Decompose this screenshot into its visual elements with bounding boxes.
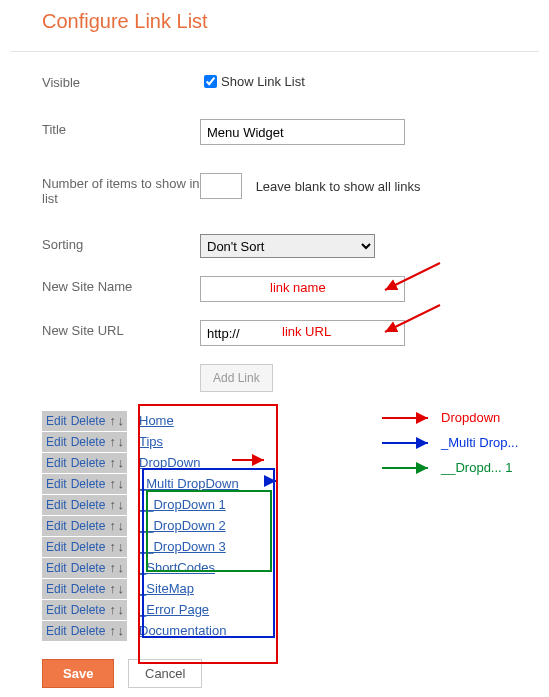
edit-link[interactable]: Edit	[46, 498, 67, 512]
row-controls: Edit Delete↑ ↓	[42, 621, 127, 641]
row-controls: Edit Delete↑ ↓	[42, 600, 127, 620]
link-item-label[interactable]: Tips	[139, 434, 163, 449]
legend-dropdown: Dropdown	[441, 410, 500, 425]
reorder-arrows[interactable]: ↑ ↓	[109, 476, 123, 491]
link-item-label[interactable]: __DropDown 1	[139, 497, 226, 512]
list-row: Edit Delete↑ ↓Documentation	[42, 620, 539, 641]
delete-link[interactable]: Delete	[71, 456, 106, 470]
edit-link[interactable]: Edit	[46, 582, 67, 596]
row-controls: Edit Delete↑ ↓	[42, 579, 127, 599]
cancel-button[interactable]: Cancel	[128, 659, 202, 688]
visible-label: Visible	[42, 72, 200, 90]
title-label: Title	[42, 119, 200, 137]
numitems-label: Number of items to show in list	[42, 173, 200, 206]
add-link-button[interactable]: Add Link	[200, 364, 273, 392]
edit-link[interactable]: Edit	[46, 435, 67, 449]
edit-link[interactable]: Edit	[46, 603, 67, 617]
show-linklist-checkbox[interactable]	[204, 75, 217, 88]
link-item-label[interactable]: Home	[139, 413, 174, 428]
edit-link[interactable]: Edit	[46, 540, 67, 554]
list-row: Edit Delete↑ ↓_Error Page	[42, 599, 539, 620]
reorder-arrows[interactable]: ↑ ↓	[109, 434, 123, 449]
edit-link[interactable]: Edit	[46, 519, 67, 533]
row-controls: Edit Delete↑ ↓	[42, 516, 127, 536]
list-row: Edit Delete↑ ↓_SiteMap	[42, 578, 539, 599]
row-controls: Edit Delete↑ ↓	[42, 474, 127, 494]
link-item-label[interactable]: _Error Page	[139, 602, 209, 617]
page-title: Configure Link List	[42, 10, 539, 33]
numitems-hint: Leave blank to show all links	[256, 179, 421, 194]
delete-link[interactable]: Delete	[71, 498, 106, 512]
new-site-url-label: New Site URL	[42, 320, 200, 338]
delete-link[interactable]: Delete	[71, 603, 106, 617]
delete-link[interactable]: Delete	[71, 414, 106, 428]
list-row: Edit Delete↑ ↓__DropDown 1	[42, 494, 539, 515]
reorder-arrows[interactable]: ↑ ↓	[109, 413, 123, 428]
reorder-arrows[interactable]: ↑ ↓	[109, 623, 123, 638]
sorting-label: Sorting	[42, 234, 200, 252]
row-controls: Edit Delete↑ ↓	[42, 537, 127, 557]
legend-lvl2: __Dropd... 1	[441, 460, 513, 475]
link-item-label[interactable]: _SiteMap	[139, 581, 194, 596]
delete-link[interactable]: Delete	[71, 435, 106, 449]
delete-link[interactable]: Delete	[71, 582, 106, 596]
reorder-arrows[interactable]: ↑ ↓	[109, 518, 123, 533]
link-item-label[interactable]: _Multi DropDown	[139, 476, 239, 491]
row-controls: Edit Delete↑ ↓	[42, 495, 127, 515]
delete-link[interactable]: Delete	[71, 477, 106, 491]
row-controls: Edit Delete↑ ↓	[42, 558, 127, 578]
delete-link[interactable]: Delete	[71, 561, 106, 575]
row-controls: Edit Delete↑ ↓	[42, 432, 127, 452]
delete-link[interactable]: Delete	[71, 519, 106, 533]
new-site-url-input[interactable]	[200, 320, 405, 346]
new-site-name-input[interactable]	[200, 276, 405, 302]
reorder-arrows[interactable]: ↑ ↓	[109, 539, 123, 554]
new-site-name-label: New Site Name	[42, 276, 200, 294]
list-row: Edit Delete↑ ↓__DropDown 3	[42, 536, 539, 557]
edit-link[interactable]: Edit	[46, 414, 67, 428]
row-controls: Edit Delete↑ ↓	[42, 453, 127, 473]
reorder-arrows[interactable]: ↑ ↓	[109, 602, 123, 617]
list-row: Edit Delete↑ ↓_ShortCodes	[42, 557, 539, 578]
legend-multi: _Multi Drop...	[441, 435, 518, 450]
reorder-arrows[interactable]: ↑ ↓	[109, 497, 123, 512]
link-item-label[interactable]: Documentation	[139, 623, 226, 638]
reorder-arrows[interactable]: ↑ ↓	[109, 455, 123, 470]
sorting-select[interactable]: Don't Sort	[200, 234, 375, 258]
reorder-arrows[interactable]: ↑ ↓	[109, 581, 123, 596]
delete-link[interactable]: Delete	[71, 624, 106, 638]
title-input[interactable]	[200, 119, 405, 145]
edit-link[interactable]: Edit	[46, 561, 67, 575]
edit-link[interactable]: Edit	[46, 624, 67, 638]
list-row: Edit Delete↑ ↓__DropDown 2	[42, 515, 539, 536]
numitems-input[interactable]	[200, 173, 242, 199]
show-linklist-label: Show Link List	[221, 74, 305, 89]
row-controls: Edit Delete↑ ↓	[42, 411, 127, 431]
link-item-label[interactable]: __DropDown 2	[139, 518, 226, 533]
divider	[10, 51, 539, 52]
edit-link[interactable]: Edit	[46, 456, 67, 470]
link-item-label[interactable]: DropDown	[139, 455, 200, 470]
legend-arrow-red	[380, 412, 435, 424]
list-row: Edit Delete↑ ↓_Multi DropDown	[42, 473, 539, 494]
legend-arrow-green	[380, 462, 435, 474]
link-item-label[interactable]: _ShortCodes	[139, 560, 215, 575]
delete-link[interactable]: Delete	[71, 540, 106, 554]
link-item-label[interactable]: __DropDown 3	[139, 539, 226, 554]
save-button[interactable]: Save	[42, 659, 114, 688]
reorder-arrows[interactable]: ↑ ↓	[109, 560, 123, 575]
legend-arrow-blue	[380, 437, 435, 449]
edit-link[interactable]: Edit	[46, 477, 67, 491]
